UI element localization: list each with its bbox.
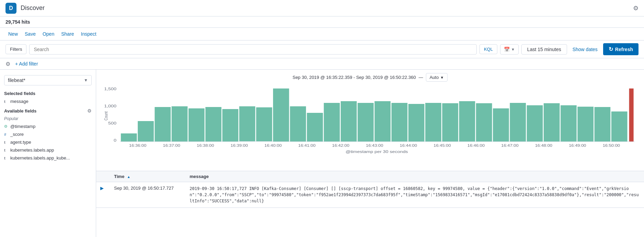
field-type-clock: ⊙: [4, 124, 8, 129]
field-name-message: message: [10, 99, 29, 104]
app-title: Discover: [21, 4, 45, 12]
svg-text:Count: Count: [104, 111, 108, 120]
field-type-t: t: [4, 99, 8, 104]
svg-rect-22: [408, 104, 425, 142]
show-dates-button[interactable]: Show dates: [570, 45, 600, 54]
svg-rect-14: [273, 88, 289, 142]
list-item[interactable]: t agent.type: [0, 138, 96, 146]
expand-col-header: [96, 171, 110, 182]
svg-rect-10: [205, 107, 222, 142]
svg-rect-24: [442, 103, 458, 142]
svg-rect-33: [595, 107, 611, 142]
field-type-t: t: [4, 148, 8, 152]
settings-icon[interactable]: ⚙: [633, 4, 639, 12]
svg-rect-23: [425, 103, 441, 142]
app-icon: D: [5, 3, 16, 14]
svg-text:16:38:00: 16:38:00: [197, 144, 214, 147]
table-row-inner: ▶ Sep 30, 2019 @ 16:50:17.727 2019-09-30…: [96, 182, 644, 208]
filter-bar: Filters KQL 📅 ▼ Last 15 minutes Show dat…: [0, 40, 644, 58]
svg-rect-12: [239, 106, 256, 141]
svg-rect-27: [493, 108, 509, 142]
expand-row-button[interactable]: ▶: [96, 182, 110, 194]
auto-selector[interactable]: Auto ▼: [426, 73, 448, 82]
svg-text:16:40:00: 16:40:00: [264, 144, 282, 147]
sort-icon: ▲: [127, 175, 131, 179]
available-fields-title: Available fields: [4, 108, 36, 114]
chart-separator: —: [419, 75, 423, 80]
field-name-k8s-labels-app: kubernetes.labels.app: [10, 147, 54, 153]
top-bar: D Discover ⚙: [0, 0, 644, 16]
svg-rect-25: [459, 101, 475, 142]
settings-small-icon[interactable]: ⚙: [5, 61, 10, 67]
save-button[interactable]: Save: [22, 30, 38, 38]
svg-rect-19: [358, 103, 374, 142]
list-item[interactable]: ⊙ @timestamp: [0, 122, 96, 130]
svg-rect-18: [341, 101, 357, 142]
row-message: 2019-09-30 16:50:17,727 INFO [Kafka-Cons…: [185, 182, 644, 208]
svg-text:16:36:00: 16:36:00: [129, 144, 146, 147]
svg-rect-13: [256, 107, 272, 141]
add-filter-button[interactable]: + Add filter: [13, 60, 40, 67]
svg-text:16:50:00: 16:50:00: [603, 144, 620, 147]
list-item[interactable]: t kubernetes.labels.app_kube...: [0, 154, 96, 162]
svg-rect-17: [324, 103, 340, 142]
list-item[interactable]: t kubernetes.labels.app: [0, 146, 96, 154]
refresh-button[interactable]: ↻ Refresh: [603, 43, 639, 55]
calendar-icon: 📅: [504, 47, 510, 52]
search-input[interactable]: [29, 44, 477, 55]
svg-rect-8: [172, 106, 188, 142]
popular-label: Popular: [0, 115, 96, 122]
chevron-down-icon: ▼: [84, 78, 88, 83]
svg-rect-5: [121, 133, 137, 142]
svg-text:16:46:00: 16:46:00: [467, 144, 485, 147]
svg-text:16:48:00: 16:48:00: [535, 144, 552, 147]
share-button[interactable]: Share: [58, 30, 77, 38]
hits-bar: 29,754 hits: [0, 16, 644, 28]
open-button[interactable]: Open: [40, 30, 57, 38]
filters-button[interactable]: Filters: [5, 44, 26, 54]
svg-text:16:41:00: 16:41:00: [298, 144, 315, 147]
svg-rect-28: [510, 103, 526, 142]
svg-rect-26: [476, 103, 492, 142]
gear-icon[interactable]: ⚙: [87, 108, 92, 114]
table-header: Time ▲ message: [96, 171, 644, 182]
svg-rect-21: [392, 103, 408, 142]
svg-rect-16: [307, 113, 323, 142]
field-name-k8s-labels-app-kube: kubernetes.labels.app_kube...: [10, 155, 70, 161]
top-bar-left: D Discover: [5, 3, 45, 14]
svg-text:16:42:00: 16:42:00: [332, 144, 349, 147]
auto-label: Auto: [430, 75, 439, 80]
list-item[interactable]: # _score: [0, 130, 96, 138]
svg-rect-11: [222, 109, 238, 142]
sidebar: filebeat* ▼ Selected fields t message Av…: [0, 70, 96, 237]
svg-text:1,500: 1,500: [104, 87, 116, 91]
svg-text:0: 0: [114, 138, 116, 143]
selected-fields-title: Selected fields: [0, 88, 96, 97]
time-picker[interactable]: 📅 ▼: [500, 44, 519, 55]
inspect-button[interactable]: Inspect: [78, 30, 99, 38]
row-time: Sep 30, 2019 @ 16:50:17.727: [110, 182, 185, 194]
kql-button[interactable]: KQL: [479, 44, 497, 54]
refresh-label: Refresh: [615, 47, 633, 52]
new-button[interactable]: New: [5, 30, 21, 38]
field-type-hash: #: [4, 132, 8, 137]
chevron-down-icon: ▼: [440, 75, 444, 80]
index-selector[interactable]: filebeat* ▼: [4, 75, 92, 85]
svg-text:16:44:00: 16:44:00: [400, 144, 417, 147]
field-type-t: t: [4, 156, 8, 160]
svg-text:16:45:00: 16:45:00: [433, 144, 451, 147]
svg-text:16:37:00: 16:37:00: [163, 144, 180, 147]
time-range-display[interactable]: Last 15 minutes: [521, 44, 567, 55]
svg-text:16:39:00: 16:39:00: [230, 144, 248, 147]
table-area: Time ▲ message ▶ Sep 30, 2019 @ 16:50:17…: [96, 171, 644, 237]
svg-text:500: 500: [108, 121, 116, 126]
time-col-header[interactable]: Time ▲: [110, 171, 185, 182]
add-filter-row: ⚙ + Add filter: [0, 58, 644, 70]
svg-rect-35: [629, 88, 634, 142]
svg-rect-15: [290, 106, 306, 142]
chart-header: Sep 30, 2019 @ 16:35:22.359 - Sep 30, 20…: [96, 70, 644, 85]
table-row: ▶ Sep 30, 2019 @ 16:50:17.727 2019-09-30…: [96, 182, 644, 208]
main-content: filebeat* ▼ Selected fields t message Av…: [0, 70, 644, 237]
svg-rect-7: [155, 107, 171, 142]
list-item[interactable]: t message: [0, 97, 96, 105]
